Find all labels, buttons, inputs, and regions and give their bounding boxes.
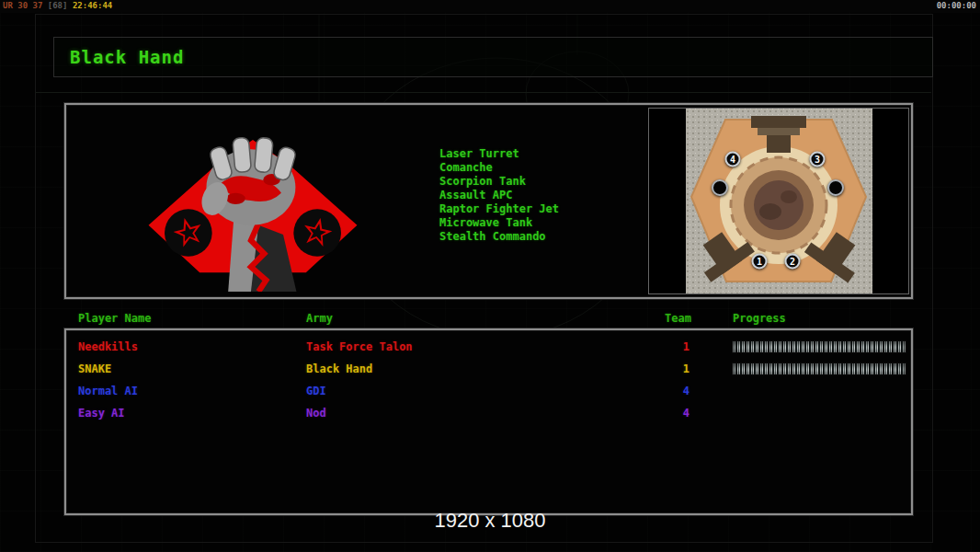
player-team: 1 [618, 362, 689, 375]
column-header-team: Team [645, 312, 691, 325]
player-team: 4 [618, 407, 689, 420]
spawn-marker [827, 179, 844, 196]
minimap-image: 4 3 1 2 [686, 109, 872, 293]
unit-list: Laser Turret Comanche Scorpion Tank Assa… [439, 105, 559, 297]
player-name: Needkills [78, 340, 138, 353]
black-hand-fist-logo-icon [129, 111, 377, 292]
faction-intel-panel: Laser Turret Comanche Scorpion Tank Assa… [64, 103, 913, 299]
unit-list-item: Scorpion Tank [439, 175, 559, 189]
faction-logo-container [66, 105, 439, 297]
player-row: Easy AI Nod 4 [66, 403, 911, 425]
player-army: Task Force Talon [306, 340, 413, 353]
spawn-marker: 1 [752, 254, 768, 270]
spawn-marker-label: 1 [757, 257, 762, 267]
player-army: GDI [306, 385, 326, 397]
match-timer: 00:00:00 [937, 0, 976, 12]
progress-bar [733, 363, 906, 374]
unit-list-item: Raptor Fighter Jet [439, 202, 559, 216]
debug-overlay: UR 30 37 [68] 22:46:44 [3, 0, 112, 12]
resolution-label: 1920 x 1080 [0, 509, 980, 533]
player-row: Needkills Task Force Talon 1 [66, 337, 911, 359]
unit-list-item: Comanche [439, 161, 559, 175]
spawn-marker-label: 4 [730, 155, 735, 165]
spawn-marker-label: 3 [815, 155, 820, 165]
frame-counter: [68] [48, 1, 68, 10]
player-name: SNAKE [78, 362, 111, 375]
spawn-marker [712, 179, 728, 196]
player-army: Nod [306, 407, 326, 420]
spawn-marker-label: 2 [790, 257, 795, 267]
player-name: Easy AI [78, 407, 125, 420]
faction-title: Black Hand [70, 47, 932, 67]
player-row: Normal AI GDI 4 [66, 381, 911, 403]
unit-list-item: Laser Turret [439, 147, 559, 161]
player-name: Normal AI [78, 385, 138, 397]
player-row: SNAKE Black Hand 1 [66, 359, 911, 381]
loading-screen: UR 30 37 [68] 22:46:44 00:00:00 Black Ha… [0, 0, 980, 552]
progress-bar [733, 341, 906, 352]
minimap-terrain [686, 109, 872, 293]
debug-overlay-bar: UR 30 37 [68] 22:46:44 00:00:00 [0, 0, 980, 13]
player-list-panel: Needkills Task Force Talon 1 SNAKE Black… [64, 328, 913, 515]
player-table-header: Player Name Army Team Progress [0, 312, 980, 328]
unit-list-item: Assault APC [439, 189, 559, 202]
player-team: 4 [618, 385, 689, 397]
spawn-marker: 2 [785, 254, 801, 270]
spawn-marker: 3 [810, 152, 826, 167]
minimap-panel: 4 3 1 2 [648, 108, 909, 294]
column-header-progress: Progress [733, 312, 786, 325]
star-emblem-left [165, 209, 212, 257]
spawn-marker: 4 [725, 152, 741, 167]
frame-divider-line [35, 92, 931, 93]
fps-readout: UR 30 37 [3, 1, 42, 10]
player-army: Black Hand [306, 362, 372, 375]
unit-list-item: Stealth Commando [439, 230, 559, 244]
column-header-player-name: Player Name [78, 312, 151, 325]
player-team: 1 [618, 340, 689, 353]
column-header-army: Army [306, 312, 333, 325]
title-bar: Black Hand [53, 37, 933, 77]
unit-list-item: Microwave Tank [439, 216, 559, 230]
system-clock: 22:46:44 [73, 1, 112, 10]
star-emblem-right [293, 209, 341, 257]
